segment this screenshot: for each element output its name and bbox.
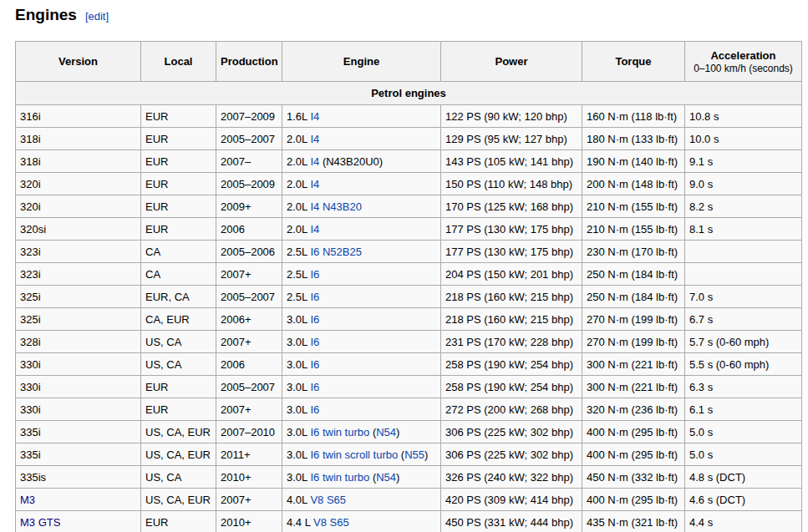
cell-engine: 4.4 L V8 S65 [282, 511, 441, 532]
cell-engine: 3.0L I6 twin scroll turbo (N55) [282, 443, 441, 466]
cell-production: 2007–2009 [216, 105, 282, 128]
table-row: 335iUS, CA, EUR2007–20103.0L I6 twin tur… [16, 421, 802, 443]
cell-power: 177 PS (130 kW; 175 bhp) [441, 241, 582, 263]
engine-link[interactable]: I6 [310, 381, 319, 393]
cell-acceleration: 9.1 s [685, 150, 802, 173]
cell-torque: 210 N·m (155 lb·ft) [582, 195, 685, 218]
cell-acceleration: 6.1 s [685, 398, 802, 421]
engine-link[interactable]: I4 [310, 178, 319, 190]
cell-version: 335is [16, 466, 141, 489]
cell-local: US, CA [141, 331, 216, 353]
engine-link[interactable]: I6 twin turbo [310, 471, 369, 484]
engine-link[interactable]: V8 S65 [313, 516, 349, 529]
cell-local: CA [141, 263, 216, 286]
cell-torque: 400 N·m (295 lb·ft) [582, 489, 685, 511]
cell-version: 335i [16, 443, 141, 466]
cell-torque: 180 N·m (133 lb·ft) [582, 128, 685, 150]
cell-local: EUR [141, 376, 216, 398]
cell-acceleration: 10.0 s [685, 128, 802, 150]
cell-acceleration: 5.0 s [685, 443, 802, 466]
cell-torque: 200 N·m (148 lb·ft) [582, 173, 685, 195]
version-link[interactable]: M3 GTS [20, 516, 60, 529]
cell-torque: 160 N·m (118 lb·ft) [582, 105, 685, 128]
cell-version: 328i [16, 331, 141, 353]
version-link[interactable]: M3 [20, 494, 35, 506]
edit-link[interactable]: [edit] [85, 10, 109, 23]
engine-link[interactable]: I6 [310, 291, 319, 303]
cell-local: EUR [141, 173, 216, 195]
engine-link[interactable]: N55 [404, 448, 424, 461]
engine-link[interactable]: I4 [310, 110, 319, 123]
engine-link[interactable]: N54 [376, 471, 396, 484]
cell-torque: 270 N·m (199 lb·ft) [582, 331, 685, 353]
cell-acceleration: 5.0 s [685, 421, 802, 443]
cell-engine: 1.6L I4 [282, 105, 441, 128]
cell-engine: 3.0L I6 twin turbo (N54) [282, 466, 441, 489]
engine-link[interactable]: I6 [310, 358, 319, 371]
cell-production: 2005–2007 [216, 376, 282, 398]
cell-production: 2007–2010 [216, 421, 282, 443]
engine-link[interactable]: N43B20 [323, 200, 362, 213]
engine-link[interactable]: I6 [310, 313, 319, 326]
engine-link[interactable]: I6 [310, 403, 319, 416]
table-row: 316iEUR2007–20091.6L I4122 PS (90 kW; 12… [16, 105, 802, 128]
engine-link[interactable]: I4 [310, 155, 319, 168]
cell-acceleration: 5.5 s (0-60 mph) [685, 353, 802, 376]
engines-table: Version Local Production Engine Power To… [15, 41, 802, 532]
cell-local: EUR [141, 195, 216, 218]
cell-acceleration: 4.8 s (DCT) [685, 466, 802, 489]
engine-link[interactable]: I6 [310, 268, 319, 281]
cell-local: EUR [141, 398, 216, 421]
col-header-acceleration: Acceleration 0–100 km/h (seconds) [685, 42, 802, 82]
section-heading: Engines [edit] [15, 6, 808, 24]
cell-version: M3 GTS [16, 511, 141, 532]
table-row: 320iEUR2005–20092.0L I4150 PS (110 kW; 1… [16, 173, 802, 195]
cell-production: 2006 [216, 218, 282, 241]
table-row: 323iCA2007+2.5L I6204 PS (150 kW; 201 bh… [16, 263, 802, 286]
cell-acceleration: 8.2 s [685, 195, 802, 218]
cell-torque: 400 N·m (295 lb·ft) [582, 421, 685, 443]
cell-production: 2010+ [216, 466, 282, 489]
cell-production: 2005–2007 [216, 286, 282, 308]
col-header-engine: Engine [282, 42, 441, 82]
cell-torque: 270 N·m (199 lb·ft) [582, 308, 685, 331]
cell-engine: 2.5L I6 [282, 263, 441, 286]
table-row: 335iUS, CA, EUR2011+3.0L I6 twin scroll … [16, 443, 802, 466]
engine-link[interactable]: I6 twin scroll turbo [310, 448, 398, 461]
engine-link[interactable]: V8 S65 [310, 494, 346, 506]
cell-torque: 400 N·m (295 lb·ft) [582, 443, 685, 466]
cell-version: 320i [16, 195, 141, 218]
cell-engine: 2.0L I4 [282, 128, 441, 150]
engine-link[interactable]: I6 [310, 246, 319, 258]
engine-link[interactable]: N54 [376, 426, 396, 438]
section-header-petrol: Petrol engines [16, 82, 802, 105]
cell-power: 258 PS (190 kW; 254 bhp) [441, 353, 582, 376]
cell-version: 325i [16, 308, 141, 331]
table-row: 325iCA, EUR2006+3.0L I6218 PS (160 kW; 2… [16, 308, 802, 331]
engine-link[interactable]: I6 twin turbo [310, 426, 369, 438]
engine-link[interactable]: I4 [310, 133, 319, 145]
section-header-row: Petrol engines [16, 82, 802, 105]
table-row: 320iEUR2009+2.0L I4 N43B20170 PS (125 kW… [16, 195, 802, 218]
cell-production: 2005–2007 [216, 128, 282, 150]
engine-link[interactable]: I4 [310, 200, 319, 213]
cell-production: 2007+ [216, 331, 282, 353]
cell-acceleration: 9.0 s [685, 173, 802, 195]
engine-link[interactable]: I4 [310, 223, 319, 236]
cell-engine: 2.0L I4 [282, 218, 441, 241]
table-row: 330iUS, CA20063.0L I6258 PS (190 kW; 254… [16, 353, 802, 376]
cell-version: 335i [16, 421, 141, 443]
cell-power: 170 PS (125 kW; 168 bhp) [441, 195, 582, 218]
cell-local: US, CA, EUR [141, 489, 216, 511]
table-header-row: Version Local Production Engine Power To… [16, 42, 802, 82]
engine-link[interactable]: I6 [310, 336, 319, 348]
engine-link[interactable]: N52B25 [323, 246, 362, 258]
table-row: 323iCA2005–20062.5L I6 N52B25177 PS (130… [16, 241, 802, 263]
cell-version: 323i [16, 241, 141, 263]
cell-engine: 3.0L I6 twin turbo (N54) [282, 421, 441, 443]
cell-version: 330i [16, 398, 141, 421]
cell-acceleration [685, 263, 802, 286]
cell-power: 306 PS (225 kW; 302 bhp) [441, 421, 582, 443]
cell-power: 326 PS (240 kW; 322 bhp) [441, 466, 582, 489]
cell-engine: 2.0L I4 N43B20 [282, 195, 441, 218]
